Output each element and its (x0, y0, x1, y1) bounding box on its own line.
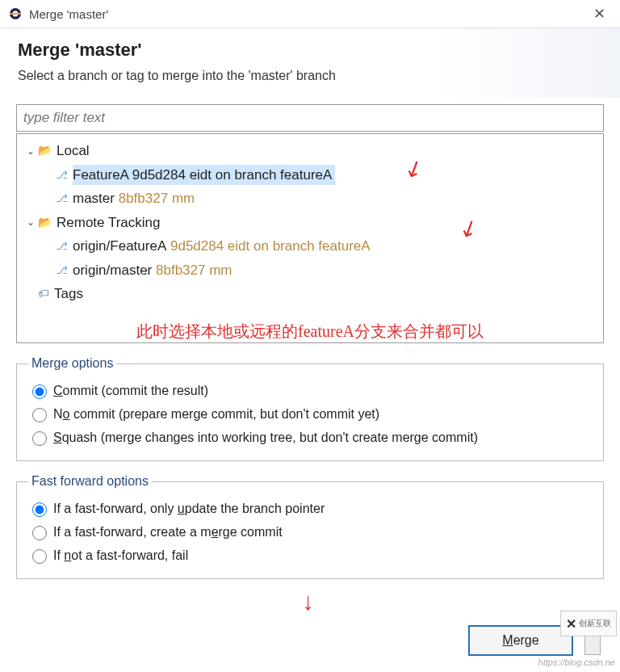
radio-input[interactable] (32, 384, 47, 399)
folder-icon: 📂 (38, 142, 52, 159)
radio-input[interactable] (32, 549, 47, 564)
tree-label: Remote Tracking (57, 212, 161, 233)
tree-item-origin-master[interactable]: ⎇ origin/master 8bfb327 mm (20, 258, 600, 283)
branch-name: FeatureA (73, 167, 128, 183)
branch-hash: 9d5d284 eidt on branch featureA (132, 167, 333, 183)
tree-item-origin-featurea[interactable]: ⎇ origin/FeatureA 9d5d284 eidt on branch… (20, 234, 600, 258)
watermark-url: https://blog.csdn.ne (538, 657, 615, 667)
branch-name: master (73, 188, 115, 209)
branch-tree[interactable]: ⌄ 📂 Local ⎇ FeatureA 9d5d284 eidt on bra… (16, 133, 604, 343)
tree-group-local[interactable]: ⌄ 📂 Local (20, 139, 600, 163)
close-icon[interactable]: ✕ (587, 5, 612, 23)
radio-no-commit[interactable]: No commit (prepare merge commit, but don… (28, 402, 592, 426)
radio-input[interactable] (32, 431, 47, 446)
branch-name: origin/FeatureA (73, 236, 166, 257)
tree-item-master[interactable]: ⎇ master 8bfb327 mm (20, 187, 600, 211)
radio-commit[interactable]: Commit (commit the result) (28, 379, 592, 402)
fast-forward-group: Fast forward options If a fast-forward, … (16, 474, 604, 579)
tree-group-tags[interactable]: 🏷 Tags (20, 282, 600, 306)
tree-label: Local (57, 141, 90, 162)
eclipse-icon (8, 6, 23, 21)
page-title: Merge 'master' (18, 40, 602, 61)
radio-input[interactable] (32, 526, 47, 540)
branch-icon: ⎇ (56, 167, 68, 183)
radio-ff-update[interactable]: If a fast-forward, only update the branc… (28, 497, 592, 520)
branch-checked-icon: ⎇ (56, 191, 68, 207)
tree-item-featurea[interactable]: ⎇ FeatureA 9d5d284 eidt on branch featur… (20, 163, 600, 187)
branch-icon: ⎇ (56, 262, 68, 279)
annotation-arrow-down-icon: ↓ (302, 588, 314, 615)
svg-rect-2 (10, 13, 21, 15)
chevron-down-icon[interactable]: ⌄ (27, 215, 38, 229)
radio-ff-merge-commit[interactable]: If a fast-forward, create a merge commit (28, 520, 592, 544)
chevron-down-icon[interactable]: ⌄ (27, 144, 38, 158)
radio-squash[interactable]: Squash (merge changes into working tree,… (28, 426, 592, 449)
branch-name: origin/master (73, 260, 152, 281)
dialog-header: Merge 'master' Select a branch or tag to… (0, 28, 620, 98)
branch-icon: ⎇ (56, 238, 68, 254)
folder-icon: 📂 (38, 214, 52, 231)
branch-hash: 9d5d284 eidt on branch featureA (170, 236, 371, 257)
titlebar: Merge 'master' ✕ (0, 0, 620, 28)
radio-ff-fail[interactable]: If not a fast-forward, fail (28, 544, 592, 567)
radio-input[interactable] (32, 502, 47, 517)
annotation-text: 此时选择本地或远程的featureA分支来合并都可以 (20, 321, 600, 342)
window-title: Merge 'master' (29, 7, 587, 21)
branch-hash: 8bfb327 mm (156, 260, 232, 281)
branch-hash: 8bfb327 mm (119, 188, 195, 209)
group-legend: Merge options (28, 356, 116, 371)
tree-group-remote[interactable]: ⌄ 📂 Remote Tracking (20, 211, 600, 235)
filter-input[interactable] (16, 104, 604, 132)
merge-options-group: Merge options Commit (commit the result)… (16, 356, 604, 461)
group-legend: Fast forward options (28, 474, 152, 489)
page-subtitle: Select a branch or tag to merge into the… (18, 69, 602, 83)
watermark-logo: ✕ 创新互联 (560, 611, 617, 636)
tags-icon: 🏷 (38, 285, 49, 302)
merge-button[interactable]: Merge (468, 625, 573, 656)
tree-label: Tags (54, 284, 83, 304)
radio-input[interactable] (32, 408, 47, 422)
